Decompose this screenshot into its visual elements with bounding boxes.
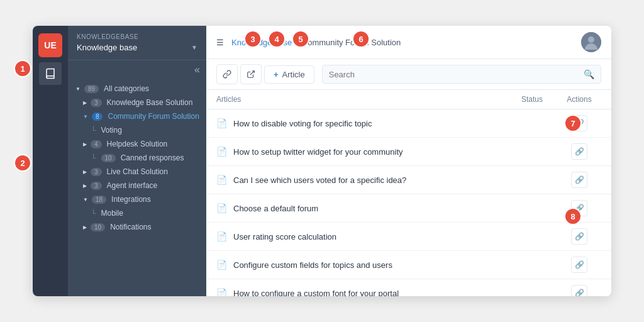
article-actions: 🔗 [557,143,601,160]
plus-icon: + [274,70,279,79]
expand-icon: ▼ [83,197,88,203]
category-tree: ▼ 89 All categories ▶ 3 Knowledge Base S… [68,79,206,296]
link-button[interactable] [216,64,238,84]
article-link-button[interactable]: 🔗 [571,172,587,188]
article-link-button[interactable]: 🔗 [571,143,587,160]
search-input[interactable] [329,70,579,79]
expand-icon: ▼ [83,114,88,119]
tree-item[interactable]: └ Mobile [68,206,206,220]
document-icon: 📄 [216,118,227,128]
document-icon: 📄 [216,147,227,157]
breadcrumb-current: Community Forum Solution [302,38,401,47]
article-row[interactable]: 📄 Can I see which users voted for a spec… [206,166,611,194]
article-actions: 🔗 [557,285,601,296]
article-actions: 🔗 [557,257,601,273]
nav-selected-item: Knowledge base [77,43,137,52]
document-icon: 📄 [216,260,227,270]
expand-icon: ▶ [83,100,87,106]
tree-item[interactable]: └ Voting [68,123,206,137]
sidebar-collapse-button[interactable]: « [68,60,206,79]
tree-item[interactable]: ▶ 3 Agent interface [68,179,206,192]
tree-item[interactable]: ▶ 3 Knowledge Base Solution [68,96,206,109]
expand-icon: ▶ [83,225,87,230]
sidebar-dark: UE [33,26,68,296]
col-title-header: Articles [216,95,507,104]
article-label: Article [282,70,305,79]
annotation-5: 5 [292,30,309,48]
col-status-header: Status [507,95,557,104]
annotation-6: 6 [352,30,370,48]
tree-item[interactable]: ▶ 3 Live Chat Solution [68,165,206,179]
article-title: Configure custom fields for topics and u… [233,260,507,270]
article-title: How to setup twitter widget for your com… [233,147,507,157]
item-count: 8 [92,113,103,121]
item-label: Helpdesk Solution [107,140,168,148]
tree-item[interactable]: └ 10 Canned responses [68,151,206,165]
screenshot-wrapper: 1 2 3 4 5 6 7 8 UE Knowledgebase Knowled… [0,0,644,322]
item-label: Agent interface [107,181,158,190]
expand-icon: ▶ [83,183,87,189]
article-link-button[interactable]: 🔗 [571,228,587,245]
avatar[interactable] [581,32,601,52]
item-label: Integrations [111,195,151,204]
indent-line: └ [91,126,96,135]
article-row[interactable]: 📄 How to configure a custom font for you… [206,279,611,296]
search-icon: 🔍 [584,69,594,79]
item-label: Canned responses [121,153,184,162]
indent-line: └ [91,153,96,162]
sidebar-nav: Knowledgebase Knowledge base ▼ « ▼ 89 Al… [68,26,206,296]
articles-area: Articles Status Actions 📄 How to disable… [206,90,611,296]
nav-select[interactable]: Knowledge base ▼ [77,40,197,55]
annotation-8: 8 [564,208,582,225]
tree-item[interactable]: ▶ 4 Helpdesk Solution [68,137,206,151]
col-actions-header: Actions [557,95,601,104]
item-label: Mobile [101,209,123,218]
add-article-button[interactable]: + Article [264,65,314,84]
article-row[interactable]: 📄 How to disable voting for specific top… [206,109,611,138]
annotation-2: 2 [14,154,31,172]
document-icon: 📄 [216,203,227,213]
item-count: 3 [91,99,102,107]
article-actions: 🔗 [557,172,601,188]
tree-item-active[interactable]: ▼ 8 Community Forum Solution [68,109,206,123]
annotation-3: 3 [244,30,262,48]
tree-all-categories[interactable]: ▼ 89 All categories [68,82,206,96]
article-row[interactable]: 📄 User rating score calculation 🔗 [206,223,611,251]
menu-icon[interactable]: ☰ [216,38,224,47]
article-actions: 🔗 [557,228,601,245]
expand-icon: ▶ [83,169,87,175]
collapse-icon: « [194,64,200,75]
main-content: ☰ Knowledge base / Community Forum Solut… [206,26,611,296]
logo-button[interactable]: UE [38,33,62,57]
item-label: Knowledge Base Solution [107,98,193,107]
article-title: User rating score calculation [233,232,507,242]
tree-item[interactable]: ▶ 10 Notifications [68,220,206,234]
document-icon: 📄 [216,231,227,242]
article-row[interactable]: 📄 How to setup twitter widget for your c… [206,138,611,166]
item-label: Notifications [110,223,151,231]
articles-header: Articles Status Actions [206,90,611,109]
article-link-button[interactable]: 🔗 [571,285,587,296]
tree-item[interactable]: ▼ 18 Integrations [68,192,206,206]
item-count: 10 [91,223,105,231]
article-row[interactable]: 📄 Choose a default forum 🔗 [206,194,611,223]
item-count: 3 [91,182,102,190]
item-count: 18 [92,196,106,204]
annotation-1: 1 [14,60,31,77]
sidebar-nav-header: Knowledgebase Knowledge base ▼ [68,26,206,60]
svg-point-1 [588,36,594,43]
article-title: Choose a default forum [233,204,507,213]
item-count: 4 [91,140,102,148]
article-link-button[interactable]: 🔗 [571,257,587,273]
expand-icon: ▶ [83,142,87,147]
annotation-4: 4 [268,30,286,48]
toolbar: + Article 🔍 [206,59,611,90]
item-label: Community Forum Solution [108,112,199,121]
indent-line: └ [91,209,96,218]
chevron-down-icon: ▼ [191,44,197,51]
sidebar-icon-book[interactable] [39,62,62,85]
article-row[interactable]: 📄 Configure custom fields for topics and… [206,251,611,279]
external-link-button[interactable] [240,64,262,84]
item-count: 10 [101,154,116,162]
article-title: How to configure a custom font for your … [233,289,507,297]
